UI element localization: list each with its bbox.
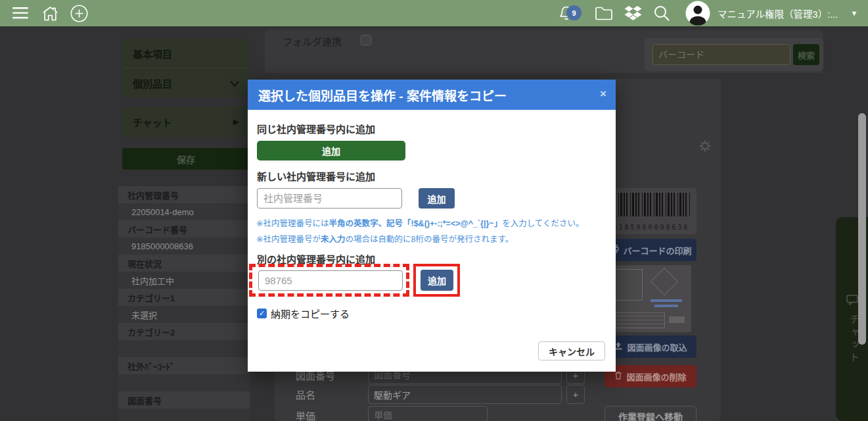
import-drawing-button[interactable]: 図面画像の取込 [605, 335, 697, 358]
search-icon[interactable] [652, 0, 672, 26]
chat-bubble-icon [846, 295, 858, 308]
field-value [118, 340, 250, 357]
note-text: を入力してください。 [502, 219, 583, 228]
notification-count-badge: 9 [566, 5, 582, 20]
section-same-number-heading: 同じ社内管理番号内に追加 [257, 122, 375, 136]
copy-item-modal: 選択した個別品目を操作 - 案件情報をコピー × 同じ社内管理番号内に追加 追加… [248, 80, 616, 372]
new-number-input[interactable] [257, 188, 402, 209]
drawing-thumbnail[interactable] [610, 265, 691, 332]
sidebar-item-individual-label: 個別品目 [133, 76, 172, 90]
gear-icon[interactable] [699, 140, 711, 155]
field-value [118, 409, 250, 421]
section-new-number-heading: 新しい社内管理番号に追加 [257, 169, 375, 183]
chevron-down-icon [230, 78, 239, 89]
barcode-search-input[interactable] [652, 44, 790, 65]
import-drawing-label: 図面画像の取込 [627, 341, 687, 353]
barcode-image: 9185000008636 [606, 188, 697, 234]
save-button[interactable]: 保存 [122, 148, 250, 170]
modal-title: 選択した個別品目を操作 - 案件情報をコピー [258, 86, 507, 104]
copy-deadline-checkbox-row: ✓ 納期をコピーする [257, 307, 350, 320]
delete-drawing-button[interactable]: 図面画像の削除 [605, 365, 697, 387]
home-icon[interactable] [41, 0, 59, 26]
topbar: 9 マニュアル権限（管理3）:... ▼ [0, 0, 868, 26]
add-same-number-button[interactable]: 追加 [257, 141, 405, 161]
menu-icon[interactable] [12, 0, 29, 26]
note-text: ※社内管理番号には [256, 219, 329, 228]
chevron-right-icon: ▶ [233, 117, 239, 126]
search-button[interactable]: 検索 [793, 44, 819, 65]
field-label: 社内管理番号 [118, 186, 250, 203]
sidebar-item-basic-label: 基本項目 [133, 47, 172, 61]
note-text: ※社内管理番号が [256, 235, 321, 244]
field-value [118, 374, 250, 391]
section-other-number-heading: 別の社内管理番号内に追加 [257, 252, 375, 266]
field-value: 未選択 [118, 306, 250, 323]
field-label: 現在状況 [118, 255, 250, 272]
field-label: 図面番号 [118, 391, 250, 409]
sidebar-nav: 基本項目 個別品目 [122, 39, 250, 97]
product-name-input[interactable] [368, 385, 562, 404]
field-label: カテゴリー2 [118, 323, 250, 340]
field-value: 9185000008636 [118, 237, 250, 255]
folder-icon[interactable] [594, 0, 614, 26]
scrollbar-thumb[interactable] [858, 113, 866, 345]
folder-link-checkbox[interactable] [361, 35, 371, 45]
delete-drawing-label: 図面画像の削除 [626, 370, 686, 383]
field-label: バーコード番号 [118, 220, 250, 237]
field-value: 22050014-demo [118, 203, 250, 220]
sidebar-item-chat[interactable]: チャット ▶ [122, 107, 250, 137]
chevron-down-icon[interactable]: ▼ [848, 0, 861, 26]
checkbox-checked[interactable]: ✓ [257, 309, 267, 318]
modal-header: 選択した個別品目を操作 - 案件情報をコピー [248, 80, 616, 110]
move-to-work-button[interactable]: 作業登録へ移動 [605, 406, 697, 421]
cancel-button[interactable]: キャンセル [538, 341, 605, 360]
barcode-bars [612, 193, 691, 216]
note-bold-text: 未入力 [321, 235, 346, 244]
barcode-search-card: 検索 [645, 38, 823, 71]
close-icon[interactable]: × [600, 87, 606, 101]
sidebar-item-basic[interactable]: 基本項目 [122, 39, 250, 68]
field-label: カテゴリー1 [118, 289, 250, 306]
trash-icon [614, 371, 622, 382]
barcode-digits: 9185000008636 [606, 224, 697, 231]
sidebar-item-chat-label: チャット [133, 115, 172, 129]
user-menu-label[interactable]: マニュアル権限（管理3）:... [718, 0, 844, 26]
add-other-number-button[interactable]: 追加 [421, 270, 453, 291]
unit-price-input[interactable] [368, 406, 488, 421]
field-label: 社外ﾊﾞｰｺｰﾄﾞ [118, 357, 250, 374]
print-barcode-button[interactable]: バーコードの印刷 [606, 239, 697, 261]
print-barcode-label: バーコードの印刷 [623, 244, 691, 257]
folder-link-label: フォルダ連携 [283, 34, 342, 48]
auto-number-note: ※社内管理番号が未入力の場合は自動的に8桁の番号が発行されます。 [256, 232, 513, 245]
avatar[interactable] [685, 0, 711, 26]
note-text: の場合は自動的に8桁の番号が発行されます。 [346, 235, 514, 244]
note-bold-text: 半角の英数字、記号「!$&()+-:;*=<>@^_`{|}~」 [329, 219, 502, 228]
input-rule-note: ※社内管理番号には半角の英数字、記号「!$&()+-:;*=<>@^_`{|}~… [256, 216, 583, 229]
copy-deadline-label: 納期をコピーする [271, 307, 350, 320]
add-new-number-button[interactable]: 追加 [419, 188, 455, 209]
form-label: 品名 [296, 387, 315, 401]
app-root: 9 マニュアル権限（管理3）:... ▼ [0, 0, 868, 421]
add-icon[interactable] [70, 0, 88, 26]
field-value: 社内加工中 [118, 272, 250, 289]
dropbox-icon[interactable] [623, 0, 643, 26]
add-field-button[interactable]: + [566, 385, 585, 404]
sidebar-item-individual[interactable]: 個別品目 [122, 68, 250, 97]
other-number-input[interactable] [258, 270, 403, 291]
form-label: 単価 [296, 409, 315, 421]
